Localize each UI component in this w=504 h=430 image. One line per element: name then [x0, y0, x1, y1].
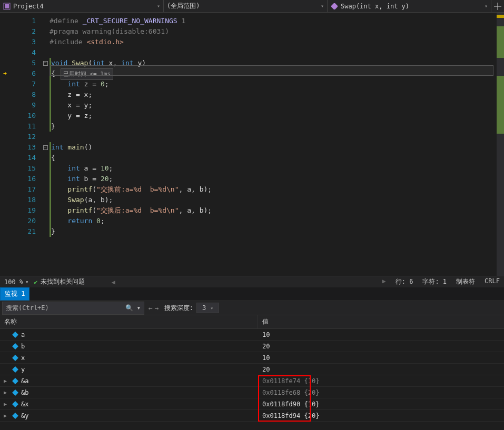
- variable-icon: [11, 389, 20, 396]
- breadcrumb-bar: Project4 ▾ (全局范围) ▾ Swap(int x, int y) ▾: [0, 0, 504, 13]
- execution-pointer-icon: ➔: [3, 69, 7, 77]
- watch-name: x: [20, 354, 258, 362]
- perf-hint[interactable]: 已用时间 <= 1ms: [61, 68, 113, 80]
- method-icon: [331, 3, 338, 10]
- watch-name: y: [20, 366, 258, 373]
- watch-name: b: [20, 343, 258, 350]
- depth-select[interactable]: 3 ▾: [196, 303, 219, 313]
- svg-rect-1: [5, 4, 9, 8]
- code-editor[interactable]: ➔ 123456789101112131415161718192021 − − …: [0, 13, 504, 276]
- nav-member[interactable]: Swap(int x, int y) ▾: [328, 0, 491, 12]
- watch-name: a: [20, 331, 258, 338]
- watch-name: &a: [20, 377, 258, 385]
- check-icon: ✔: [34, 278, 37, 286]
- project-icon: [3, 3, 11, 10]
- chevron-down-icon: ▾: [157, 3, 160, 9]
- variable-icon: [11, 366, 20, 373]
- chevron-down-icon: ▾: [25, 279, 28, 285]
- issues-label: 未找到相关问题: [41, 277, 85, 286]
- search-icon[interactable]: 🔍 ▾: [125, 304, 141, 312]
- variable-icon: [11, 401, 20, 407]
- expand-icon[interactable]: ▶: [0, 401, 11, 407]
- chevron-down-icon: ▾: [321, 3, 324, 9]
- editor-status-strip: 100 % ▾ ✔ 未找到相关问题 ◀ ▶ 行: 6 字符: 1 制表符 CRL…: [0, 276, 504, 287]
- nav-prev-icon[interactable]: ◀: [111, 278, 115, 286]
- variable-icon: [11, 332, 20, 338]
- nav-scope[interactable]: (全局范围) ▾: [164, 0, 328, 12]
- watch-value: 0x0118fe74 {10}: [258, 377, 504, 385]
- status-line[interactable]: 行: 6: [396, 277, 413, 286]
- search-placeholder: 搜索(Ctrl+E): [6, 304, 49, 313]
- expand-icon[interactable]: ▶: [0, 413, 11, 418]
- variable-icon: [11, 378, 20, 384]
- watch-value: 0x0118fe68 {20}: [258, 389, 504, 396]
- watch-row[interactable]: x10: [0, 352, 504, 364]
- variable-icon: [11, 413, 20, 419]
- svg-rect-2: [331, 3, 338, 9]
- watch-value: 0x0118fd90 {10}: [258, 401, 504, 408]
- watch-value: 10: [258, 354, 504, 362]
- watch-row[interactable]: ▶&x0x0118fd90 {10}: [0, 398, 504, 410]
- nav-project[interactable]: Project4 ▾: [0, 0, 164, 12]
- depth-label: 搜索深度:: [161, 304, 196, 313]
- variable-icon: [11, 343, 20, 349]
- watch-name: &b: [20, 389, 258, 396]
- zoom-dropdown[interactable]: 100 % ▾: [4, 278, 28, 286]
- nav-project-label: Project4: [13, 3, 44, 10]
- watch-columns: 名称 值: [0, 315, 504, 329]
- watch-value: 20: [258, 366, 504, 373]
- watch-name: &x: [20, 401, 258, 408]
- watch-row[interactable]: b20: [0, 341, 504, 352]
- zoom-label: 100 %: [4, 278, 23, 286]
- depth-value: 3: [202, 304, 206, 312]
- code-content[interactable]: #define _CRT_SECURE_NO_WARNINGS 1 #pragm…: [50, 13, 497, 276]
- breakpoint-gutter[interactable]: ➔: [0, 13, 15, 276]
- nav-member-label: Swap(int x, int y): [341, 3, 409, 10]
- issues-status[interactable]: ✔ 未找到相关问题: [34, 277, 85, 286]
- watch-value: 20: [258, 343, 504, 350]
- fold-toggle[interactable]: −: [43, 145, 48, 150]
- nav-forward-icon[interactable]: →: [155, 304, 159, 312]
- status-eol[interactable]: CRLF: [485, 277, 500, 286]
- watch-body: a10b20x10y20▶&a0x0118fe74 {10}▶&b0x0118f…: [0, 329, 504, 422]
- watch-search-input[interactable]: 搜索(Ctrl+E) 🔍 ▾: [2, 302, 144, 315]
- status-col[interactable]: 字符: 1: [422, 277, 447, 286]
- nav-back-icon[interactable]: ←: [149, 304, 153, 312]
- watch-row[interactable]: ▶&y0x0118fd94 {20}: [0, 410, 504, 422]
- watch-tab-label: 监视 1: [5, 290, 25, 297]
- watch-value: 0x0118fd94 {20}: [258, 412, 504, 419]
- fold-column[interactable]: − −: [41, 13, 50, 276]
- col-header-value[interactable]: 值: [258, 315, 504, 328]
- chevron-down-icon: ▾: [485, 3, 488, 9]
- watch-tab[interactable]: 监视 1: [0, 287, 29, 301]
- status-indent[interactable]: 制表符: [456, 277, 475, 286]
- watch-row[interactable]: ▶&a0x0118fe74 {10}: [0, 375, 504, 387]
- watch-name: &y: [20, 412, 258, 419]
- nav-next-icon[interactable]: ▶: [382, 277, 386, 286]
- variable-icon: [11, 355, 20, 361]
- watch-row[interactable]: a10: [0, 329, 504, 341]
- expand-icon[interactable]: ▶: [0, 389, 11, 395]
- chevron-down-icon: ▾: [210, 305, 213, 311]
- expand-icon[interactable]: ▶: [0, 378, 11, 384]
- fold-toggle[interactable]: −: [43, 61, 48, 66]
- watch-panel-tabbar: 监视 1: [0, 287, 504, 301]
- split-editor-button[interactable]: [491, 0, 504, 12]
- watch-toolbar: 搜索(Ctrl+E) 🔍 ▾ ← → 搜索深度: 3 ▾: [0, 301, 504, 315]
- watch-value: 10: [258, 331, 504, 338]
- watch-row[interactable]: ▶&b0x0118fe68 {20}: [0, 387, 504, 398]
- nav-scope-label: (全局范围): [167, 2, 200, 11]
- editor-scrollbar[interactable]: [497, 13, 504, 276]
- watch-row[interactable]: y20: [0, 364, 504, 375]
- col-header-name[interactable]: 名称: [0, 315, 258, 328]
- line-numbers: 123456789101112131415161718192021: [15, 13, 41, 276]
